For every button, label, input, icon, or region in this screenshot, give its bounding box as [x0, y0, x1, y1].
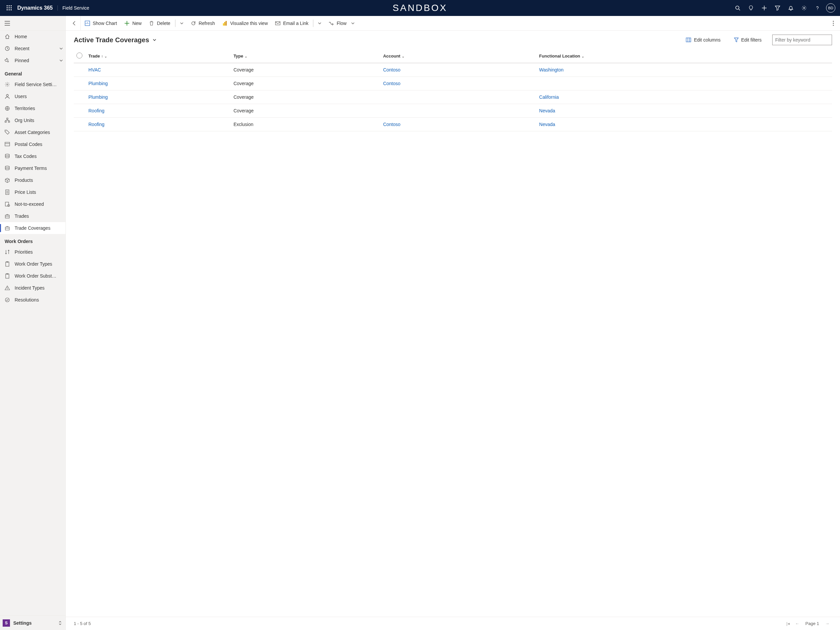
funcloc-link[interactable]: California	[539, 94, 559, 100]
sidebar-item-home[interactable]: Home	[0, 30, 65, 43]
table-row[interactable]: HVACCoverageContosoWashington	[74, 63, 832, 77]
edit-filters-button[interactable]: Edit filters	[731, 35, 764, 44]
table-row[interactable]: RoofingExclusionContosoNevada	[74, 118, 832, 131]
clip-icon	[5, 261, 10, 267]
row-select-cell[interactable]	[74, 77, 86, 90]
delete-split-button[interactable]	[177, 16, 187, 30]
chevron-down-icon	[153, 38, 156, 42]
chevron-down-icon	[60, 47, 63, 50]
row-select-cell[interactable]	[74, 104, 86, 118]
account-link[interactable]: Contoso	[383, 81, 400, 86]
account-link[interactable]: Contoso	[383, 67, 400, 73]
row-select-cell[interactable]	[74, 63, 86, 77]
email-link-split-button[interactable]	[315, 16, 325, 30]
back-button[interactable]	[68, 16, 81, 30]
flow-button[interactable]: Flow	[325, 16, 358, 30]
sidebar-item-nte[interactable]: Not-to-exceed	[0, 198, 65, 210]
insights-button[interactable]	[744, 0, 758, 16]
sidebar-section-header: General	[0, 66, 65, 78]
prev-page-button[interactable]: ←	[793, 620, 802, 627]
row-select-cell[interactable]	[74, 90, 86, 104]
visualize-label: Visualize this view	[230, 21, 268, 26]
sidebar-scroll[interactable]: HomeRecentPinnedGeneralField Service Set…	[0, 30, 65, 616]
sidebar-item-label: Users	[14, 94, 63, 99]
notifications-button[interactable]	[784, 0, 797, 16]
sidebar-item-wos[interactable]: Work Order Subst…	[0, 270, 65, 282]
app-launcher-button[interactable]	[3, 0, 16, 16]
sidebar-item-res[interactable]: Resolutions	[0, 294, 65, 306]
grid-scroll[interactable]: Trade↑⌄Type⌄Account⌄Functional Location⌄…	[66, 49, 840, 617]
trade-link[interactable]: Plumbing	[88, 94, 108, 100]
sidebar-item-fss[interactable]: Field Service Setti…	[0, 78, 65, 90]
trade-link[interactable]: Roofing	[88, 108, 104, 113]
global-actions: BD	[731, 0, 837, 16]
trade-link[interactable]: HVAC	[88, 67, 101, 73]
sidebar-item-tcov[interactable]: Trade Coverages	[0, 222, 65, 234]
view-selector[interactable]: Active Trade Coverages	[74, 36, 156, 44]
brand-label[interactable]: Dynamics 365	[16, 5, 57, 11]
app-name-label[interactable]: Field Service	[57, 5, 94, 11]
grid-footer: 1 - 5 of 5 |◂ ← Page 1 →	[66, 617, 840, 630]
table-row[interactable]: RoofingCoverageNevada	[74, 104, 832, 118]
sidebar-item-pay[interactable]: Payment Terms	[0, 162, 65, 174]
select-all-header[interactable]	[74, 49, 86, 63]
column-header-account[interactable]: Account⌄	[381, 49, 537, 63]
sidebar-item-label: Trades	[14, 214, 63, 219]
sidebar-item-label: Price Lists	[14, 190, 63, 195]
funcloc-link[interactable]: Nevada	[539, 108, 555, 113]
user-avatar-button[interactable]: BD	[824, 0, 837, 16]
sidebar-item-tax[interactable]: Tax Codes	[0, 150, 65, 162]
help-button[interactable]	[811, 0, 824, 16]
sidebar-item-price[interactable]: Price Lists	[0, 186, 65, 198]
sidebar-item-wot[interactable]: Work Order Types	[0, 258, 65, 270]
email-link-button[interactable]: Email a Link	[272, 16, 312, 30]
column-header-type[interactable]: Type⌄	[231, 49, 381, 63]
sidebar-item-label: Payment Terms	[14, 166, 63, 171]
edit-columns-button[interactable]: Edit columns	[683, 35, 723, 44]
column-header-trade[interactable]: Trade↑⌄	[86, 49, 231, 63]
first-page-button[interactable]: |◂	[783, 620, 792, 627]
keyword-filter-input[interactable]	[772, 35, 832, 45]
row-select-cell[interactable]	[74, 118, 86, 131]
column-header-funcloc[interactable]: Functional Location⌄	[537, 49, 832, 63]
sidebar-item-org[interactable]: Org Units	[0, 114, 65, 126]
funcloc-link[interactable]: Washington	[539, 67, 564, 73]
overflow-button[interactable]	[829, 16, 837, 30]
delete-button[interactable]: Delete	[145, 16, 174, 30]
global-add-button[interactable]	[758, 0, 771, 16]
sidebar-item-asset[interactable]: Asset Categories	[0, 126, 65, 138]
sidebar-item-users[interactable]: Users	[0, 90, 65, 102]
trade-link[interactable]: Plumbing	[88, 81, 108, 86]
table-row[interactable]: PlumbingCoverageContoso	[74, 77, 832, 90]
sidebar-collapse-button[interactable]	[0, 16, 65, 30]
funcloc-cell: California	[537, 90, 832, 104]
sidebar-item-terr[interactable]: Territories	[0, 102, 65, 114]
account-link[interactable]: Contoso	[383, 122, 400, 127]
refresh-label: Refresh	[199, 21, 215, 26]
next-page-button[interactable]: →	[823, 620, 832, 627]
table-row[interactable]: PlumbingCoverageCalifornia	[74, 90, 832, 104]
sidebar-item-label: Home	[14, 34, 63, 39]
visualize-button[interactable]: Visualize this view	[219, 16, 271, 30]
sidebar-item-inc[interactable]: Incident Types	[0, 282, 65, 294]
sidebar-item-postal[interactable]: Postal Codes	[0, 138, 65, 150]
svg-point-26	[6, 131, 6, 131]
sidebar-item-pinned[interactable]: Pinned	[0, 54, 65, 66]
sidebar-item-prio[interactable]: Priorities	[0, 246, 65, 258]
global-search-button[interactable]	[731, 0, 744, 16]
sidebar-item-trades[interactable]: Trades	[0, 210, 65, 222]
select-all-checkbox[interactable]	[76, 52, 82, 59]
new-button[interactable]: New	[121, 16, 145, 30]
settings-button[interactable]	[797, 0, 811, 16]
refresh-button[interactable]: Refresh	[188, 16, 218, 30]
funcloc-link[interactable]: Nevada	[539, 122, 555, 127]
adv-find-button[interactable]	[771, 0, 784, 16]
sidebar-item-recent[interactable]: Recent	[0, 43, 65, 54]
area-switcher[interactable]: S Settings	[0, 616, 65, 630]
sidebar-item-label: Trade Coverages	[14, 225, 63, 231]
trade-link[interactable]: Roofing	[88, 122, 104, 127]
show-chart-button[interactable]: Show Chart	[81, 16, 120, 30]
sidebar-item-prod[interactable]: Products	[0, 174, 65, 186]
svg-line-10	[739, 9, 740, 10]
chevron-down-icon: ⌄	[402, 54, 404, 58]
